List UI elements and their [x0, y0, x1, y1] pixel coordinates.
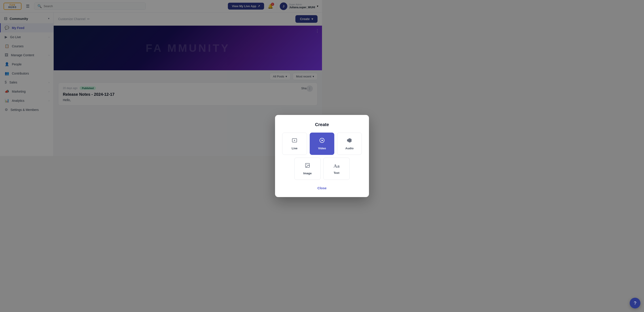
modal-card-video-label: Video	[318, 147, 322, 150]
modal-overlay: Create Live	[0, 0, 322, 156]
modal-card-live-label: Live	[292, 147, 298, 150]
modal-title: Create	[282, 122, 322, 127]
modal-top-row: Live Video	[282, 133, 322, 155]
video-icon	[319, 138, 322, 145]
svg-marker-1	[294, 140, 296, 141]
create-modal: Create Live	[275, 115, 322, 156]
svg-marker-3	[322, 140, 322, 141]
modal-card-live[interactable]: Live	[282, 133, 307, 155]
modal-card-video[interactable]: Video	[310, 133, 322, 155]
live-icon	[292, 138, 297, 145]
